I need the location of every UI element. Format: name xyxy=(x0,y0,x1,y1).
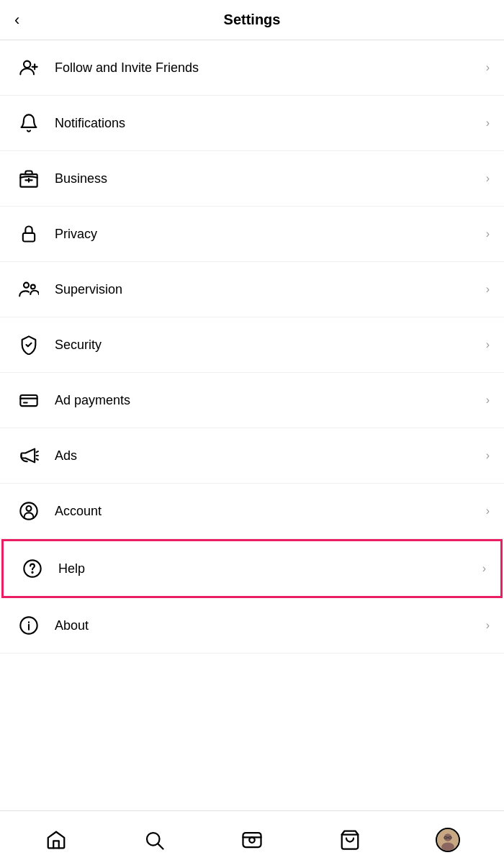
home-icon xyxy=(45,829,67,851)
chevron-icon: › xyxy=(486,505,490,517)
menu-item-ad-payments[interactable]: Ad payments › xyxy=(0,373,504,428)
menu-item-about[interactable]: About › xyxy=(0,598,504,654)
svg-rect-24 xyxy=(243,833,261,847)
account-icon xyxy=(14,497,43,525)
menu-label-account: Account xyxy=(55,504,486,519)
chevron-icon: › xyxy=(482,562,486,575)
menu-label-notifications: Notifications xyxy=(55,116,486,131)
chevron-icon: › xyxy=(486,283,490,296)
menu-label-ads: Ads xyxy=(55,448,486,464)
lock-icon xyxy=(14,220,43,248)
page-title: Settings xyxy=(224,12,281,28)
chevron-icon: › xyxy=(486,61,490,74)
menu-label-privacy: Privacy xyxy=(55,227,486,242)
supervision-icon xyxy=(14,275,43,304)
business-icon xyxy=(14,164,43,193)
chevron-icon: › xyxy=(486,394,490,407)
menu-item-ads[interactable]: Ads › xyxy=(0,428,504,484)
menu-item-notifications[interactable]: Notifications › xyxy=(0,96,504,151)
svg-point-7 xyxy=(24,283,29,288)
svg-point-0 xyxy=(24,61,30,68)
menu-item-help[interactable]: Help › xyxy=(1,539,503,598)
svg-point-29 xyxy=(444,833,452,841)
svg-point-16 xyxy=(27,506,32,511)
menu-label-business: Business xyxy=(55,171,486,186)
svg-line-12 xyxy=(37,451,38,452)
chevron-icon: › xyxy=(486,338,490,351)
shield-icon xyxy=(14,330,43,359)
chevron-icon: › xyxy=(486,172,490,185)
menu-label-security: Security xyxy=(55,338,486,353)
menu-label-supervision: Supervision xyxy=(55,282,486,297)
svg-rect-6 xyxy=(23,233,35,242)
megaphone-icon xyxy=(14,441,43,470)
help-icon xyxy=(18,554,47,583)
nav-video[interactable] xyxy=(230,818,274,862)
chevron-icon: › xyxy=(486,449,490,462)
svg-point-18 xyxy=(32,572,32,573)
chevron-icon: › xyxy=(486,227,490,240)
menu-item-business[interactable]: Business › xyxy=(0,151,504,207)
settings-menu: Follow and Invite Friends › Notification… xyxy=(0,40,504,654)
bottom-navigation xyxy=(0,810,504,868)
menu-item-follow-invite[interactable]: Follow and Invite Friends › xyxy=(0,40,504,96)
video-icon xyxy=(241,829,263,851)
menu-item-security[interactable]: Security › xyxy=(0,317,504,373)
menu-label-ad-payments: Ad payments xyxy=(55,393,486,408)
nav-shop[interactable] xyxy=(328,818,372,862)
card-icon xyxy=(14,386,43,415)
svg-rect-9 xyxy=(20,395,37,406)
bell-icon xyxy=(14,109,43,137)
nav-search[interactable] xyxy=(132,818,176,862)
menu-label-about: About xyxy=(55,618,486,633)
menu-label-follow-invite: Follow and Invite Friends xyxy=(55,60,486,76)
menu-item-privacy[interactable]: Privacy › xyxy=(0,207,504,262)
avatar xyxy=(436,828,460,852)
search-icon xyxy=(143,829,165,851)
back-button[interactable]: ‹ xyxy=(14,12,19,28)
shop-icon xyxy=(339,829,361,851)
svg-line-23 xyxy=(158,844,163,849)
chevron-icon: › xyxy=(486,619,490,632)
svg-point-8 xyxy=(31,285,35,289)
svg-line-14 xyxy=(37,459,38,460)
chevron-icon: › xyxy=(486,117,490,130)
add-person-icon xyxy=(14,53,43,82)
menu-item-supervision[interactable]: Supervision › xyxy=(0,262,504,317)
menu-item-account[interactable]: Account › xyxy=(0,484,504,539)
menu-label-help: Help xyxy=(58,561,482,577)
nav-home[interactable] xyxy=(35,818,78,862)
info-icon xyxy=(14,611,43,640)
header: ‹ Settings xyxy=(0,0,504,40)
nav-profile[interactable] xyxy=(426,818,469,862)
